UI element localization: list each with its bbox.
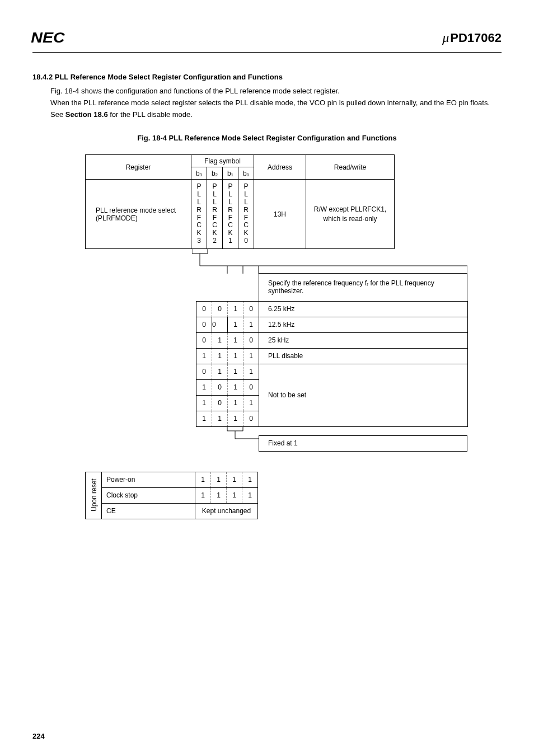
bit-cell: 0 [196, 317, 212, 332]
part-number-box: µPD17062 [442, 30, 502, 45]
figure-area: Register Flag symbol Address Read/write … [32, 154, 502, 519]
bit-cell: 1 [196, 348, 212, 364]
bit-cell: 0 [212, 379, 228, 395]
flag-col-3: PLLRFCK3 [191, 180, 207, 248]
bit-cell: 1 [243, 317, 259, 332]
bit-cell: 1 [228, 348, 243, 364]
reset-bit: 1 [195, 472, 211, 487]
register-table: Register Flag symbol Address Read/write … [85, 154, 395, 248]
para-1: Fig. 18-4 shows the configuration and fu… [32, 86, 502, 97]
bit-b2: b2 [207, 167, 223, 180]
section-heading: 18.4.2 PLL Reference Mode Select Registe… [32, 73, 502, 81]
flag-col-2: PLLRFCK2 [207, 180, 223, 248]
bit-cell: 0 [212, 301, 228, 317]
desc-cell: 6.25 kHz [259, 301, 468, 317]
bit-cell: 1 [228, 395, 243, 411]
poweron-label: Power-on [102, 472, 195, 487]
connector-bracket-bottom [192, 426, 467, 441]
reset-bit: 1 [211, 472, 227, 487]
bit-cell: 1 [212, 348, 228, 364]
clockstop-label: Clock stop [102, 487, 195, 503]
address-cell: 13H [254, 180, 306, 248]
bit-cell: 1 [212, 332, 228, 348]
reset-bit: 1 [211, 487, 227, 503]
desc-cell: 12.5 kHz [259, 317, 468, 332]
bit-cell: 0 [243, 379, 259, 395]
reset-bit: 1 [242, 472, 258, 487]
bit-cell: 1 [196, 379, 212, 395]
bit-cell: 0 [196, 301, 212, 317]
bit-cell: 1 [243, 348, 259, 364]
bit-cell: 1 [243, 395, 259, 411]
readwrite-cell: R/W except PLLRFCK1, which is read-only [306, 180, 395, 248]
not-set-cell: Not to be set [259, 364, 468, 426]
connector-bracket-top [192, 249, 467, 274]
figure-title: Fig. 18-4 PLL Reference Mode Select Regi… [32, 134, 502, 142]
page-header: NEC µPD17062 [32, 29, 502, 51]
bit-cell: 0 [212, 317, 228, 332]
bit-cell: 1 [228, 364, 243, 379]
ce-value: Kept unchanged [195, 503, 258, 519]
para3-b: for the PLL disable mode. [108, 110, 193, 119]
bitpattern-table: 0 0 1 0 6.25 kHz 0 0 1 1 12.5 kHz 0 1 1 [196, 301, 468, 427]
reset-table: Upon reset Power-on 1 1 1 1 Clock stop 1… [85, 472, 258, 519]
bit-cell: 0 [243, 411, 259, 426]
para3-bold: Section 18.6 [65, 110, 108, 119]
reset-bit: 1 [195, 487, 211, 503]
bit-cell: 0 [212, 395, 228, 411]
bit-cell: 1 [212, 411, 228, 426]
part-number: PD17062 [450, 31, 502, 45]
mu-prefix: µ [442, 30, 449, 45]
para-2: When the PLL reference mode select regis… [32, 97, 502, 109]
bit-cell: 1 [196, 411, 212, 426]
bit-b1: b1 [223, 167, 238, 180]
bit-cell: 0 [196, 364, 212, 379]
upon-reset-label: Upon reset [86, 472, 102, 519]
bit-cell: 1 [196, 395, 212, 411]
bit-b0: b0 [238, 167, 254, 180]
flag-col-0: PLLRFCK0 [238, 180, 254, 248]
page-number: 224 [32, 732, 45, 740]
para3-a: See [50, 110, 65, 119]
flag-symbol-header: Flag symbol [191, 155, 254, 167]
reset-bit: 1 [242, 487, 258, 503]
bit-cell: 0 [243, 332, 259, 348]
bit-cell: 1 [228, 301, 243, 317]
readwrite-header: Read/write [306, 155, 395, 180]
desc-cell: 25 kHz [259, 332, 468, 348]
address-header: Address [254, 155, 306, 180]
reset-bit: 1 [227, 487, 242, 503]
bit-cell: 1 [212, 364, 228, 379]
register-name: PLL reference mode select (PLRFMODE) [86, 180, 191, 248]
bit-cell: 0 [243, 301, 259, 317]
spec-header-box: Specify the reference frequency fr for t… [259, 273, 467, 302]
bit-b3: b3 [191, 167, 207, 180]
bit-cell: 1 [243, 364, 259, 379]
ce-label: CE [102, 503, 195, 519]
spec-header-text: Specify the reference frequency fr for t… [259, 273, 467, 301]
nec-logo: NEC [31, 29, 64, 46]
para-3: See Section 18.6 for the PLL disable mod… [32, 109, 502, 121]
bit-cell: 0 [196, 332, 212, 348]
bit-cell: 1 [228, 332, 243, 348]
reset-bit: 1 [227, 472, 242, 487]
bit-cell: 1 [228, 411, 243, 426]
desc-cell: PLL disable [259, 348, 468, 364]
flag-col-1: PLLRFCK1 [223, 180, 238, 248]
bit-cell: 1 [228, 379, 243, 395]
register-header: Register [86, 155, 191, 180]
bit-cell: 1 [228, 317, 243, 332]
